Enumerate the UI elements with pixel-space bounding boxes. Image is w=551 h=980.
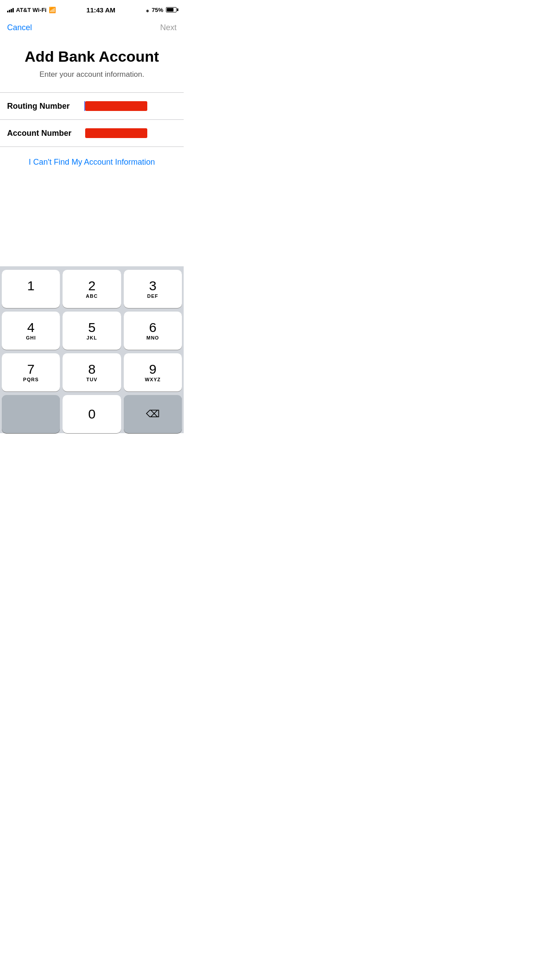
carrier-label: AT&T Wi-Fi (16, 7, 47, 13)
signal-bar-2 (9, 10, 10, 12)
next-button: Next (160, 21, 177, 34)
account-number-row[interactable]: Account Number (0, 120, 184, 146)
key-5[interactable]: 5 JKL (63, 312, 121, 350)
key-8[interactable]: 8 TUV (63, 353, 121, 391)
routing-number-label: Routing Number (7, 102, 78, 111)
key-2[interactable]: 2 ABC (63, 270, 121, 308)
key-special-left (2, 395, 60, 433)
status-left: AT&T Wi-Fi 📶 (7, 7, 56, 13)
key-4[interactable]: 4 GHI (2, 312, 60, 350)
routing-number-row[interactable]: Routing Number (0, 93, 184, 119)
keyboard-row-1: 1 2 ABC 3 DEF (2, 270, 182, 308)
delete-icon: ⌫ (146, 408, 160, 420)
signal-bar-3 (11, 9, 12, 12)
status-right: ⁎ 75% (146, 7, 177, 13)
cancel-button[interactable]: Cancel (7, 21, 32, 34)
account-number-value[interactable] (85, 128, 147, 138)
battery-fill (167, 8, 173, 12)
key-delete[interactable]: ⌫ (124, 395, 182, 433)
keyboard: 1 2 ABC 3 DEF 4 GHI 5 JKL 6 MNO 7 PQRS (0, 266, 184, 433)
battery-percent: 75% (152, 7, 163, 13)
signal-bar-4 (12, 8, 14, 12)
keyboard-row-3: 7 PQRS 8 TUV 9 WXYZ (2, 353, 182, 391)
key-0[interactable]: 0 (63, 395, 121, 433)
signal-bar-1 (7, 11, 8, 12)
bluetooth-icon: ⁎ (146, 7, 149, 13)
routing-number-value[interactable] (85, 101, 147, 111)
signal-bars (7, 7, 14, 12)
page-title: Add Bank Account (9, 48, 175, 65)
content-spacer (0, 178, 184, 266)
nav-bar: Cancel Next (0, 20, 184, 40)
form-section: Routing Number Account Number (0, 93, 184, 147)
help-link[interactable]: I Can't Find My Account Information (29, 158, 155, 166)
key-6[interactable]: 6 MNO (124, 312, 182, 350)
text-cursor (84, 101, 85, 111)
page-header: Add Bank Account Enter your account info… (0, 40, 184, 92)
account-number-label: Account Number (7, 129, 78, 138)
key-1[interactable]: 1 (2, 270, 60, 308)
keyboard-bottom-row: 0 ⌫ (2, 395, 182, 433)
key-7[interactable]: 7 PQRS (2, 353, 60, 391)
page-subtitle: Enter your account information. (9, 70, 175, 79)
keyboard-row-2: 4 GHI 5 JKL 6 MNO (2, 312, 182, 350)
help-link-section: I Can't Find My Account Information (0, 147, 184, 178)
key-3[interactable]: 3 DEF (124, 270, 182, 308)
wifi-icon: 📶 (49, 7, 56, 13)
battery-icon (166, 7, 177, 12)
status-bar: AT&T Wi-Fi 📶 11:43 AM ⁎ 75% (0, 0, 184, 20)
key-9[interactable]: 9 WXYZ (124, 353, 182, 391)
status-time: 11:43 AM (87, 6, 115, 14)
